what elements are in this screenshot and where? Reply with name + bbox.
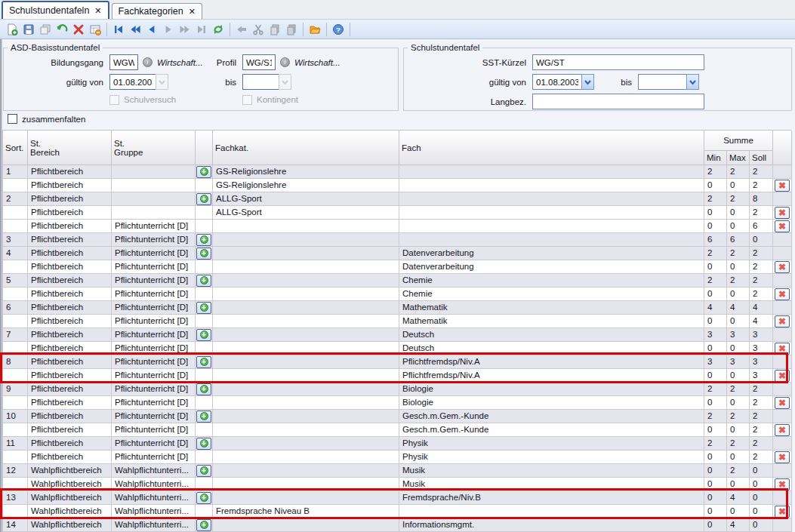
table-row[interactable]: 14WahlpflichtbereichWahlpflichtunterri..… (3, 518, 791, 532)
duplicate-button[interactable] (37, 21, 54, 38)
table-row[interactable]: 11PflichtbereichPflichtunterricht [D]+Ph… (3, 437, 791, 451)
add-row-button[interactable]: + (196, 166, 211, 178)
gueltig-von-input[interactable] (109, 74, 156, 90)
save-button[interactable] (20, 21, 37, 38)
table-row[interactable]: 5PflichtbereichPflichtunterricht [D]+Che… (3, 274, 791, 288)
bis-input[interactable] (242, 74, 279, 90)
table-row[interactable]: 7PflichtbereichPflichtunterricht [D]+Deu… (3, 328, 791, 342)
table-row[interactable]: PflichtbereichPflichtunterricht [D]Daten… (3, 260, 791, 274)
table-row[interactable]: PflichtbereichPflichtunterricht [D]Mathe… (3, 315, 791, 328)
header-max[interactable]: Max (727, 151, 750, 165)
copy-button[interactable] (267, 21, 283, 38)
add-row-button[interactable]: + (196, 302, 211, 314)
add-row-button[interactable]: + (196, 411, 211, 423)
table-row[interactable]: 1Pflichtbereich+GS-Religionslehre222 (3, 165, 791, 179)
dropdown-arrow-icon[interactable] (581, 74, 594, 90)
add-row-button[interactable]: + (196, 234, 211, 246)
tab-close-icon[interactable]: ✕ (94, 6, 101, 16)
table-row[interactable]: 4PflichtbereichPflichtunterricht [D]+Dat… (3, 247, 791, 260)
langbez-input[interactable] (532, 94, 704, 109)
delete-row-button[interactable]: ✖ (775, 478, 790, 490)
table-row[interactable]: 6PflichtbereichPflichtunterricht [D]+Mat… (3, 301, 791, 315)
add-row-button[interactable]: + (196, 438, 211, 450)
gueltig-von-input[interactable] (532, 74, 581, 90)
delete-row-button[interactable]: ✖ (775, 397, 790, 409)
nav-prev-button[interactable] (143, 21, 160, 38)
table-row[interactable]: PflichtbereichPflichtunterricht [D]006✖ (3, 220, 791, 233)
table-row[interactable]: 2Pflichtbereich+ALLG-Sport228 (3, 192, 791, 206)
header-soll[interactable]: Soll (750, 151, 773, 165)
table-row[interactable]: PflichtbereichPflichtunterricht [D]Physi… (3, 451, 791, 464)
tab-fachkategorien[interactable]: Fachkategorien ✕ (112, 3, 202, 19)
table-row[interactable]: PflichtbereichPflichtunterricht [D]Gesch… (3, 423, 791, 437)
nav-next-fast-button[interactable] (177, 21, 193, 38)
add-row-button[interactable]: + (196, 193, 211, 205)
new-record-button[interactable] (4, 21, 20, 38)
cell-fach: Biologie (399, 383, 704, 396)
refresh-button[interactable] (210, 21, 226, 38)
delete-row-button[interactable]: ✖ (775, 424, 790, 436)
table-row[interactable]: 13WahlpflichtbereichWahlpflichtunterri..… (3, 491, 791, 505)
cut-button[interactable] (250, 21, 267, 38)
bis-input[interactable] (638, 74, 686, 90)
table-row[interactable]: PflichtbereichGS-Religionslehre002✖ (3, 179, 791, 192)
nav-first-button[interactable] (110, 21, 127, 38)
add-row-button[interactable]: + (196, 275, 211, 287)
delete-row-button[interactable]: ✖ (775, 451, 790, 463)
schulversuch-checkbox[interactable] (109, 95, 119, 105)
table-row[interactable]: 8PflichtbereichPflichtunterricht [D]+Pfl… (3, 355, 791, 369)
delete-row-button[interactable]: ✖ (775, 220, 790, 232)
form-settings-button[interactable] (87, 21, 103, 38)
header-min[interactable]: Min (704, 151, 727, 165)
tab-schulstundentafeln[interactable]: Schulstundentafeln ✕ (2, 1, 109, 19)
table-row[interactable]: PflichtbereichPflichtunterricht [D]Chemi… (3, 288, 791, 301)
header-gruppe[interactable]: St.Gruppe (112, 131, 196, 165)
undo-button[interactable] (54, 21, 70, 38)
add-row-button[interactable]: + (196, 329, 211, 341)
add-row-button[interactable]: + (196, 248, 211, 260)
add-row-button[interactable]: + (196, 492, 211, 504)
delete-button[interactable] (70, 21, 87, 38)
nav-prev-fast-button[interactable] (127, 21, 143, 38)
table-row[interactable]: 3PflichtbereichPflichtunterricht [D]+660 (3, 233, 791, 247)
header-fach[interactable]: Fach (399, 131, 704, 165)
folder-button[interactable] (307, 21, 323, 38)
delete-row-button[interactable]: ✖ (775, 261, 790, 273)
delete-row-button[interactable]: ✖ (775, 370, 790, 382)
add-row-button[interactable]: + (196, 383, 211, 395)
help-button[interactable]: ? (330, 21, 347, 38)
bildungsgang-input[interactable] (109, 54, 138, 70)
add-row-button[interactable]: + (196, 356, 211, 368)
table-row[interactable]: PflichtbereichPflichtunterricht [D]Biolo… (3, 396, 791, 410)
delete-row-button[interactable]: ✖ (775, 506, 790, 518)
kontingent-checkbox[interactable] (242, 95, 252, 105)
nav-next-button[interactable] (160, 21, 177, 38)
table-row[interactable]: 12WahlpflichtbereichWahlpflichtunterri..… (3, 464, 791, 478)
cell-st-bereich: Pflichtbereich (28, 410, 112, 423)
header-bereich[interactable]: St.Bereich (28, 131, 112, 165)
delete-row-button[interactable]: ✖ (775, 343, 790, 355)
table-row[interactable]: 10PflichtbereichPflichtunterricht [D]+Ge… (3, 410, 791, 423)
delete-row-button[interactable]: ✖ (775, 180, 790, 192)
profil-input[interactable] (242, 54, 276, 70)
dropdown-arrow-icon[interactable] (686, 74, 699, 90)
add-row-button[interactable]: + (196, 519, 211, 531)
delete-row-button[interactable]: ✖ (775, 288, 790, 300)
back-arrow-button[interactable] (233, 21, 250, 38)
table-row[interactable]: WahlpflichtbereichWahlpflichtunterri...F… (3, 505, 791, 518)
zusammenfalten-checkbox[interactable] (8, 114, 17, 124)
table-row[interactable]: 9PflichtbereichPflichtunterricht [D]+Bio… (3, 383, 791, 396)
delete-row-button[interactable]: ✖ (775, 207, 790, 219)
table-row[interactable]: WahlpflichtbereichWahlpflichtunterri...M… (3, 478, 791, 491)
table-row[interactable]: PflichtbereichPflichtunterricht [D]Pflic… (3, 369, 791, 383)
tab-close-icon[interactable]: ✕ (189, 7, 196, 17)
paste-button[interactable] (283, 21, 300, 38)
table-row[interactable]: PflichtbereichPflichtunterricht [D]Deuts… (3, 342, 791, 355)
table-row[interactable]: PflichtbereichALLG-Sport002✖ (3, 206, 791, 220)
nav-last-button[interactable] (193, 21, 210, 38)
delete-row-button[interactable]: ✖ (775, 315, 790, 328)
add-row-button[interactable]: + (196, 465, 211, 477)
header-sort[interactable]: Sort. (3, 131, 28, 165)
sst-kuerzel-input[interactable] (532, 54, 704, 70)
header-fachkat[interactable]: Fachkat. (213, 131, 399, 165)
